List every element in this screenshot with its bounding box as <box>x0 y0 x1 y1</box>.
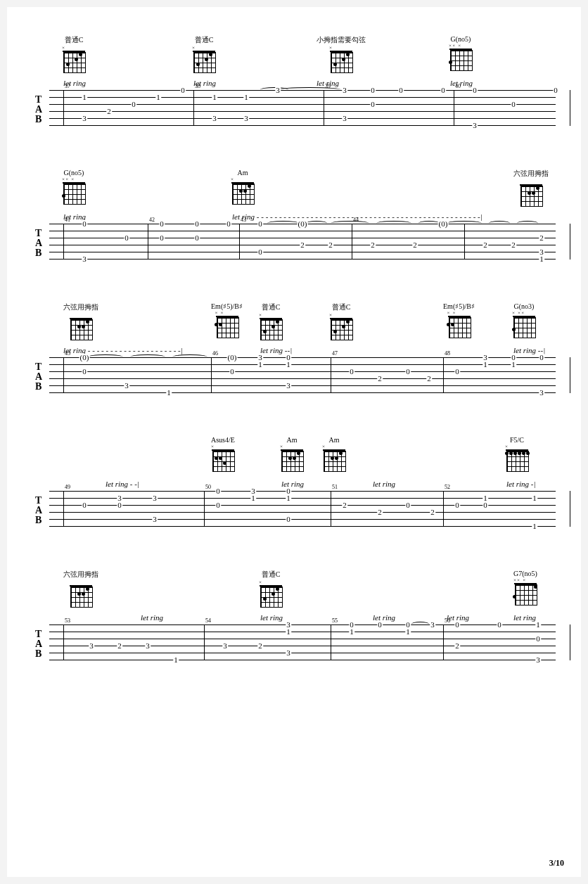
bar-number: 38 <box>195 83 200 89</box>
chord-row: Asus4/E× Am× Am× F5/C × <box>35 436 556 480</box>
tie <box>278 87 341 92</box>
chord-name: Am <box>324 436 345 444</box>
barline <box>63 491 64 527</box>
fret-number: 0 <box>159 234 165 241</box>
chord-diagram: 六弦用拇指 <box>63 570 98 606</box>
barline <box>239 224 240 260</box>
barline <box>570 624 570 660</box>
chord-name: 普通C <box>260 570 281 579</box>
chord-name: Em(♯5)/B♯ <box>211 302 243 310</box>
chord-name: 普通C <box>331 302 352 312</box>
fret-number: 0 <box>82 501 87 508</box>
chord-diagram: 普通C× <box>260 570 281 606</box>
tab-staff: TAB37383940132010131333300000300 <box>35 90 556 132</box>
chord-name: Am <box>281 436 302 444</box>
fret-number: 2 <box>300 241 305 248</box>
chord-grid: × <box>331 46 352 72</box>
tab-clef: TAB <box>35 229 42 259</box>
fret-number: 3 <box>430 621 435 628</box>
fret-number: 2 <box>106 108 112 115</box>
chord-grid: × <box>193 46 215 72</box>
barline <box>443 357 444 393</box>
fret-number: 0 <box>124 234 129 241</box>
barline <box>443 624 444 660</box>
bar-number: 55 <box>332 617 338 624</box>
chord-diagram: 六弦用拇指 <box>63 302 98 339</box>
bar-number: 42 <box>149 217 155 223</box>
tab-lines: 53545556323132313010013020103 <box>49 624 556 660</box>
fret-number: 3 <box>145 642 151 649</box>
fret-number: (0) <box>79 354 90 361</box>
let-ring-marker: let ring - -| <box>106 480 139 488</box>
fret-number: 0 <box>194 234 200 241</box>
chord-row: 六弦用拇指 Em(♯5)/B♯× × 普通C× 普通C× Em(♯5)/B♯× … <box>35 302 556 346</box>
barline <box>63 224 64 260</box>
fret-number: 3 <box>82 255 87 262</box>
fret-number: 0 <box>131 101 136 108</box>
fret-number: 2 <box>454 642 460 649</box>
chord-grid: ×× × <box>515 579 536 604</box>
barline <box>148 224 148 260</box>
fret-number: 0 <box>257 248 263 255</box>
tab-staff: TAB53545556323132313010013020103 <box>35 624 556 667</box>
chord-diagram: F5/C × <box>506 436 528 470</box>
barline <box>324 90 324 126</box>
fret-number: 0 <box>159 220 165 227</box>
fret-number: 3 <box>286 382 291 389</box>
chord-grid: × <box>506 445 528 470</box>
fret-number: 0 <box>497 621 502 628</box>
chord-diagram: G(no3)× ×× <box>513 302 535 337</box>
fret-number: 0 <box>405 501 411 508</box>
tab-staff: TAB49505152030330031010220201011 <box>35 491 556 533</box>
tab-system: 普通C× 普通C× 小拇指需要勾弦× G(no5)×× × let ringle… <box>35 35 556 132</box>
bar-number: 45 <box>65 350 70 357</box>
chord-grid: × <box>260 314 281 339</box>
bar-number: 48 <box>445 350 450 357</box>
fret-number: 2 <box>511 241 516 248</box>
chord-name: 六弦用拇指 <box>513 169 549 179</box>
fret-number: 3 <box>152 494 158 501</box>
fret-number: 1 <box>349 628 354 635</box>
fret-number: 3 <box>222 642 228 649</box>
chord-diagram: 普通C× <box>193 35 215 72</box>
chord-diagram: Asus4/E× <box>211 436 235 470</box>
chord-name: Am <box>232 169 253 177</box>
fret-number: 0 <box>194 220 200 227</box>
fret-number: 3 <box>124 382 129 389</box>
fret-number: 0 <box>405 368 411 375</box>
fret-number: 1 <box>532 523 537 530</box>
chord-name: Em(♯5)/B♯ <box>443 302 475 310</box>
fret-number: 0 <box>349 368 354 375</box>
fret-number: 3 <box>535 656 541 663</box>
bar-number: 52 <box>445 484 450 490</box>
barline <box>204 491 205 527</box>
fret-number: 0 <box>377 621 383 628</box>
chord-diagram: 普通C× <box>331 302 352 339</box>
fret-number: (0) <box>438 220 449 227</box>
fret-number: 1 <box>511 361 516 368</box>
chord-diagram: Em(♯5)/B♯× × <box>443 302 475 337</box>
barline <box>331 357 331 393</box>
chord-grid: × <box>260 581 281 606</box>
fret-number: 3 <box>89 642 94 649</box>
fret-number: 0 <box>370 87 376 94</box>
chord-diagram: G(no5)×× × <box>63 169 84 203</box>
fret-number: 0 <box>82 220 87 227</box>
page-number: 3/10 <box>549 858 564 869</box>
fret-number: 2 <box>426 375 432 382</box>
let-ring-marker: let ring <box>260 613 283 622</box>
let-ring-marker: let ring <box>373 613 395 622</box>
tie <box>306 221 327 226</box>
fret-number: 0 <box>553 87 558 94</box>
fret-number: 0 <box>472 87 478 94</box>
barline <box>570 357 570 393</box>
let-ring-marker: let ring <box>281 480 304 488</box>
fret-number: 1 <box>535 621 541 628</box>
chord-name: 普通C <box>260 302 281 312</box>
tab-clef: TAB <box>35 363 42 392</box>
fret-number: 0 <box>440 87 446 94</box>
chord-diagram: 小拇指需要勾弦× <box>317 35 366 72</box>
chord-grid: × ×× <box>513 312 535 337</box>
tab-clef: TAB <box>35 497 42 526</box>
letring-row: let ringlet ringlet ringlet ringlet ring <box>35 613 556 624</box>
